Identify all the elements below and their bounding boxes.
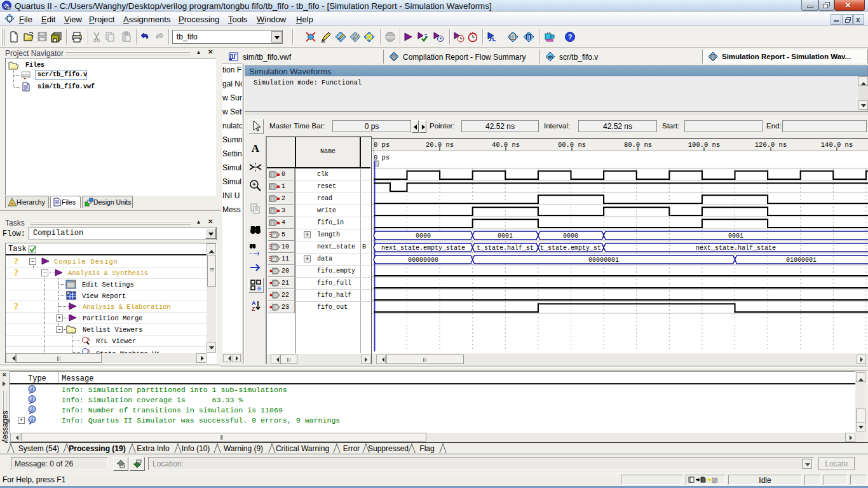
- svg-text:I: I: [272, 220, 273, 226]
- svg-text:abc: abc: [22, 72, 29, 78]
- svg-text:0000: 0000: [563, 233, 578, 240]
- svg-text:0 ps: 0 ps: [374, 154, 390, 161]
- svg-text:next_state.half_state: next_state.half_state: [696, 245, 776, 252]
- svg-text:00000001: 00000001: [588, 257, 619, 264]
- svg-text:ab: ab: [548, 55, 553, 59]
- svg-text:I: I: [272, 172, 273, 178]
- svg-text:B: B: [273, 257, 276, 262]
- svg-text:t_state.empty_st: t_state.empty_st: [540, 245, 601, 252]
- svg-text:B: B: [273, 233, 276, 238]
- svg-text:STOP: STOP: [386, 36, 395, 39]
- svg-text:?: ?: [568, 33, 573, 41]
- svg-text:I: I: [272, 184, 273, 190]
- svg-text:0000: 0000: [416, 233, 431, 240]
- svg-text:S: S: [273, 245, 276, 250]
- svg-text:0 ps: 0 ps: [374, 141, 390, 149]
- svg-text:t_state.half_st: t_state.half_st: [477, 245, 534, 252]
- svg-text:01000001: 01000001: [786, 257, 817, 264]
- svg-text:O: O: [273, 305, 277, 311]
- svg-text:I: I: [272, 196, 273, 202]
- svg-text:A: A: [252, 142, 260, 154]
- svg-text:O: O: [273, 281, 277, 287]
- svg-text:0001: 0001: [498, 233, 513, 240]
- svg-text:next_state.empty_state: next_state.empty_state: [381, 245, 465, 252]
- svg-text:I: I: [272, 208, 273, 214]
- svg-text:0001: 0001: [728, 233, 743, 240]
- svg-text:O: O: [273, 293, 277, 299]
- svg-text:00000000: 00000000: [408, 257, 438, 264]
- svg-text:Z: Z: [252, 306, 255, 312]
- svg-text:O: O: [273, 269, 277, 274]
